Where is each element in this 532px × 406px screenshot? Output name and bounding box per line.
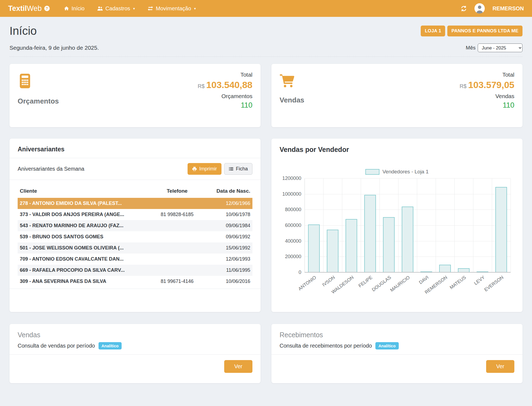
x-tick-label: DOUGLAS xyxy=(371,275,392,293)
birthdays-card: Aniversariantes Aniversariantes da Seman… xyxy=(10,139,261,312)
bar-antonio xyxy=(308,224,320,273)
gridline xyxy=(398,179,398,273)
vendas-card: Vendas Total R$103.579,05 Vendas 110 xyxy=(271,64,522,127)
nav-item-inicio[interactable]: Início xyxy=(64,5,85,12)
table-header-row: Cliente Telefone Data de Nasc. xyxy=(18,185,252,198)
panel-description: Consulta de recebimentos por período xyxy=(280,343,372,349)
table-row[interactable]: 501 - JOSE WELISSON GOMES OLIVEIRA (...1… xyxy=(18,242,252,254)
table-row[interactable]: 543 - RENATO MARINHO DE ARAUJO (FAZ...09… xyxy=(18,220,252,231)
chevron-down-icon: ▾ xyxy=(133,7,135,11)
cell-phone xyxy=(147,231,208,242)
username[interactable]: REMERSON xyxy=(492,5,524,12)
month-select[interactable]: June - 2025 xyxy=(478,43,522,52)
ficha-button[interactable]: Ficha xyxy=(224,163,252,175)
gridline xyxy=(436,179,436,273)
gridline xyxy=(342,179,342,273)
help-icon[interactable]: ? xyxy=(44,6,50,11)
nav-item-cadastros[interactable]: Cadastros ▾ xyxy=(97,5,135,12)
printer-icon xyxy=(192,167,197,171)
y-tick-label: 600000 xyxy=(285,223,301,228)
cell-phone xyxy=(147,265,208,276)
sales-by-seller-card: Vendas por Vendedor Vendedores - Loja 1 … xyxy=(271,139,522,312)
x-tick-label: ANTONIO xyxy=(297,275,317,292)
nav-items: Início Cadastros ▾ Movimentação ▾ xyxy=(64,5,196,12)
x-tick-label: IVSON xyxy=(321,275,336,288)
table-row[interactable]: 373 - VALDIR DOS ANJOS PEREIRA (ANGE...8… xyxy=(18,209,252,220)
y-tick-label: 1200000 xyxy=(282,176,301,181)
cell-birth: 09/06/1992 xyxy=(208,231,252,242)
bar-everson xyxy=(495,187,507,273)
y-tick-label: 400000 xyxy=(285,238,301,244)
gridline xyxy=(492,179,492,273)
legend-label: Vendedores - Loja 1 xyxy=(382,169,429,175)
chart-title: Vendas por Vendedor xyxy=(280,146,514,154)
panel-title: Vendas xyxy=(18,331,252,339)
chart-legend[interactable]: Vendedores - Loja 1 xyxy=(280,169,514,175)
gridline xyxy=(379,179,380,273)
store-badge-loja[interactable]: LOJA 1 xyxy=(421,26,445,36)
cell-phone xyxy=(147,198,208,209)
store-badge-company[interactable]: PANNOS E PANNOS LTDA ME xyxy=(447,26,522,36)
print-button-label: Imprimir xyxy=(199,166,217,172)
gridline xyxy=(305,194,511,194)
month-filter: Mês June - 2025 xyxy=(466,43,522,52)
nav-item-label: Cadastros xyxy=(105,5,130,12)
ficha-button-label: Ficha xyxy=(236,166,248,172)
table-row[interactable]: 709 - ANTONIO EDSON CAVALCANTE DAN...12/… xyxy=(18,254,252,265)
y-tick-label: 800000 xyxy=(285,207,301,213)
table-row[interactable]: 309 - ANA SEVERINA PAES DA SILVA81 99671… xyxy=(18,276,252,287)
gridline xyxy=(454,179,455,273)
stat-total-label: Total xyxy=(198,71,252,78)
store-badges: LOJA 1 PANNOS E PANNOS LTDA ME xyxy=(421,26,522,36)
table-row[interactable]: 539 - BRUNO DOS SANTOS GOMES09/06/1992 xyxy=(18,231,252,242)
currency-symbol: R$ xyxy=(460,83,467,89)
top-navbar: TextilWeb ? Início Cadastros ▾ xyxy=(0,0,532,17)
avatar[interactable] xyxy=(474,3,485,14)
x-tick-label: LEVY xyxy=(473,275,486,286)
gridline xyxy=(323,179,324,273)
nav-right: REMERSON xyxy=(461,3,524,14)
ver-button[interactable]: Ver xyxy=(486,360,514,373)
currency-symbol: R$ xyxy=(198,83,205,89)
table-row[interactable]: 278 - ANTONIO EMIDIO DA SILVA (PALEST...… xyxy=(18,198,252,209)
ver-button[interactable]: Ver xyxy=(224,360,252,373)
refresh-icon[interactable] xyxy=(461,5,467,12)
cell-phone xyxy=(147,220,208,231)
legend-swatch xyxy=(365,169,379,175)
nav-item-label: Início xyxy=(72,5,85,12)
cell-client: 543 - RENATO MARINHO DE ARAUJO (FAZ... xyxy=(18,220,147,231)
list-icon xyxy=(229,167,233,171)
gridline xyxy=(473,179,473,273)
print-button[interactable]: Imprimir xyxy=(188,163,221,175)
gridline xyxy=(305,272,511,273)
gridline xyxy=(305,179,305,273)
birthdays-title: Aniversariantes xyxy=(18,146,252,153)
nav-item-label: Movimentação xyxy=(156,5,191,12)
home-icon xyxy=(64,6,69,11)
analitico-badge: Analítico xyxy=(375,342,398,349)
brand-light: Web xyxy=(27,4,42,13)
chart-plot: 020000040000060000080000010000001200000 xyxy=(305,179,511,273)
column-header-data-nasc: Data de Nasc. xyxy=(208,185,252,198)
birthdays-subheader: Aniversariantes da Semana Imprimir xyxy=(18,163,252,175)
cell-birth: 12/06/1993 xyxy=(208,254,252,265)
cell-birth: 11/06/1995 xyxy=(208,265,252,276)
sales-by-seller-chart: 020000040000060000080000010000001200000 … xyxy=(305,179,511,300)
table-row[interactable]: 669 - RAFAELA PROCOPIO DA SILVA CARV...1… xyxy=(18,265,252,276)
date-row: Segunda-feira, 9 de junho de 2025. Mês J… xyxy=(10,43,522,57)
gridline xyxy=(417,179,417,273)
chevron-down-icon: ▾ xyxy=(194,7,196,11)
x-tick-label: MAURICIO xyxy=(389,275,411,293)
cell-client: 501 - JOSE WELISSON GOMES OLIVEIRA (... xyxy=(18,242,147,254)
nav-item-movimentacao[interactable]: Movimentação ▾ xyxy=(147,5,196,12)
x-tick-label: DAVI xyxy=(418,275,430,285)
column-header-telefone: Telefone xyxy=(147,185,208,198)
stat-total-value: 103.579,05 xyxy=(468,80,514,90)
brand-logo[interactable]: TextilWeb ? xyxy=(8,4,50,13)
cell-client: 539 - BRUNO DOS SANTOS GOMES xyxy=(18,231,147,242)
bar-waldeson xyxy=(346,219,357,273)
x-tick-label: FELIPE xyxy=(357,275,373,289)
cell-phone: 81 99828-6185 xyxy=(147,209,208,220)
cell-client: 373 - VALDIR DOS ANJOS PEREIRA (ANGE... xyxy=(18,209,147,220)
current-date: Segunda-feira, 9 de junho de 2025. xyxy=(10,45,99,51)
